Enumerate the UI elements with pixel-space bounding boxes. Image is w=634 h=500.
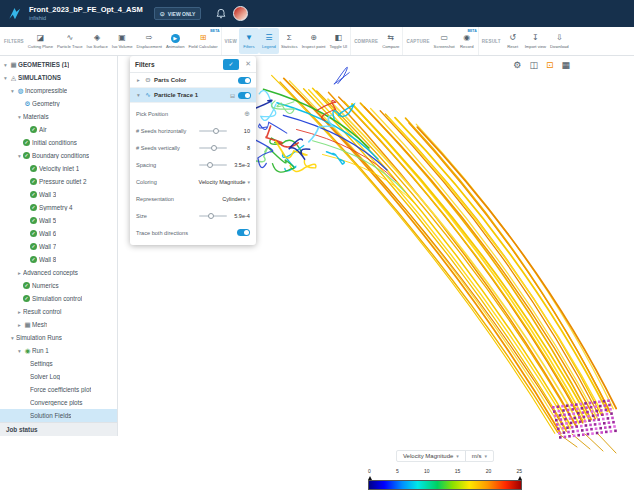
tree-item-mesh[interactable]: ▸▦Mesh [0,318,117,331]
view-only-button[interactable]: ⊙ VIEW ONLY [154,7,202,20]
toolbar-item-reset[interactable]: ↺Reset [503,28,523,54]
slider-handle[interactable] [213,128,219,134]
toolbar-item-statistics[interactable]: ΣStatistics [279,28,300,54]
toolbar-item-compare[interactable]: ⇆Compare [380,28,401,54]
viewport-view-cube-button[interactable]: ◫ [529,59,538,72]
caret-down-icon[interactable]: ▾ [9,88,16,94]
tree-item-numerics[interactable]: ✓Numerics [0,279,117,292]
toolbar-item-iso-surface[interactable]: ◈Iso Surface [85,28,110,54]
tree-item-wall-8[interactable]: ✓Wall 8 [0,253,117,266]
toolbar-item-displacement[interactable]: ⇨Displacement [135,28,164,54]
caret-right-icon[interactable]: ▸ [16,322,23,328]
caret-down-icon[interactable]: ▾ [9,335,16,341]
toolbar-item-screenshot[interactable]: ▭Screenshot [432,28,457,54]
slider-handle[interactable] [208,213,214,219]
toggle-trace-both-directions[interactable] [237,229,250,236]
tree-item-materials[interactable]: ▾Materials [0,110,117,123]
toolbar-item-particle-trace[interactable]: ∿Particle Trace [55,28,85,54]
seed-point [556,423,559,426]
legend-field-select[interactable]: Velocity Magnitude ▾ [397,451,465,461]
filter-row-parts-color[interactable]: ▸⊙Parts Color [130,73,256,88]
caret-down-icon[interactable]: ▾ [16,348,23,354]
user-avatar[interactable] [233,6,248,21]
field-value[interactable]: 10 [230,128,250,134]
slider-seeds-horizontally[interactable] [199,130,227,132]
toolbar-item-legend[interactable]: ☰Legend [259,28,279,54]
caret-right-icon[interactable]: ▸ [16,270,23,276]
app-logo-icon[interactable] [7,6,22,21]
tree-item-air[interactable]: ✓Air [0,123,117,136]
crosshair-icon[interactable]: ⊕ [244,110,250,118]
iso-surface-icon: ◈ [94,33,100,43]
filter-row-particle-trace-1[interactable]: ▾∿Particle Trace 1⊟ [130,88,256,103]
slider-size[interactable] [199,215,227,217]
tree-item-solver-log[interactable]: Solver Log [0,370,117,383]
tree-item-wall-3[interactable]: ✓Wall 3 [0,188,117,201]
toolbar-item-record[interactable]: BETA◉Record [457,28,477,54]
select-representation[interactable]: Cylinders▾ [222,196,250,202]
legend-unit-select[interactable]: m/s ▾ [466,451,493,461]
slider-seeds-vertically[interactable] [199,147,227,149]
tree-item-wall-5[interactable]: ✓Wall 5 [0,214,117,227]
slider-spacing[interactable] [199,164,227,166]
toolbar-item-iso-volume[interactable]: ▣Iso Volume [110,28,135,54]
slider-handle[interactable] [211,145,217,151]
tree-item-geometries-1[interactable]: ▾▦GEOMETRIES (1) [0,58,117,71]
notifications-bell-icon[interactable] [216,8,226,19]
slider-handle[interactable] [207,162,213,168]
viewport-layout-views-button[interactable]: ▦ [561,59,570,72]
toolbar-item-animation[interactable]: ▶Animation [164,28,187,54]
tree-item-simulations[interactable]: ▾◬SIMULATIONS [0,71,117,84]
select-coloring[interactable]: Velocity Magnitude▾ [199,179,250,185]
tree-item-settings[interactable]: Settings [0,357,117,370]
toolbar-item-filters[interactable]: ▼Filters [239,28,259,54]
field-value[interactable]: 8 [230,145,250,151]
viewport-settings-button[interactable]: ⚙ [513,59,521,72]
close-panel-icon[interactable]: ✕ [245,60,251,68]
apply-filters-button[interactable]: ✓ [223,59,239,70]
job-status-bar[interactable]: Job status [0,422,117,436]
toolbar-item-download[interactable]: ⇩Download [548,28,571,54]
field-value[interactable]: 5.9e-4 [230,213,250,219]
tree-item-velocity-inlet-1[interactable]: ✓Velocity inlet 1 [0,162,117,175]
caret-right-icon[interactable]: ▸ [16,309,23,315]
tree-item-solution-fields[interactable]: Solution Fields [0,409,117,422]
tree-item-initial-conditions[interactable]: ✓Initial conditions [0,136,117,149]
seed-point [605,431,608,434]
tree-item-geometry[interactable]: ⚙Geometry [0,97,117,110]
toolbar-item-field-calculator[interactable]: BETA⊞Field Calculator [187,28,220,54]
caret-down-icon[interactable]: ▾ [135,92,142,98]
tree-item-wall-6[interactable]: ✓Wall 6 [0,227,117,240]
tree-item-advanced-concepts[interactable]: ▸Advanced concepts [0,266,117,279]
caret-right-icon[interactable]: ▸ [135,77,142,83]
tree-item-convergence-plots[interactable]: Convergence plots [0,396,117,409]
tree-item-result-control[interactable]: ▸Result control [0,305,117,318]
tree-item-boundary-conditions[interactable]: ▾✓Boundary conditions [0,149,117,162]
tree-item-incompressible[interactable]: ▾◍Incompressible [0,84,117,97]
toolbar-item-toggle-ui[interactable]: ◧Toggle UI [327,28,349,54]
legend-colorbar[interactable] [368,480,522,490]
caret-down-icon[interactable]: ▾ [2,62,9,68]
caret-down-icon[interactable]: ▾ [16,153,23,159]
tree-item-pressure-outlet-2[interactable]: ✓Pressure outlet 2 [0,175,117,188]
caret-down-icon[interactable]: ▾ [2,75,9,81]
caret-down-icon[interactable]: ▾ [16,114,23,120]
tree-item-symmetry-4[interactable]: ✓Symmetry 4 [0,201,117,214]
seed-point [613,425,616,428]
tree-item-label: Boundary conditions [32,152,89,159]
visibility-toggle[interactable] [238,92,251,99]
toolbar-item-import-view[interactable]: ↧Import view [523,28,548,54]
legend-max-marker-icon [518,476,522,480]
visibility-toggle[interactable] [238,77,251,84]
tree-item-run-1[interactable]: ▾◉Run 1 [0,344,117,357]
tree-item-simulation-control[interactable]: ✓Simulation control [0,292,117,305]
check-icon: ✓ [23,139,30,146]
tree-item-simulation-runs[interactable]: ▾Simulation Runs [0,331,117,344]
viewport-highlight-parts-button[interactable]: ⊡ [546,59,554,72]
toolbar-item-cutting-plane[interactable]: ◪Cutting Plane [26,28,55,54]
trash-icon[interactable]: ⊟ [230,92,235,99]
toolbar-item-inspect-point[interactable]: ⊕Inspect point [300,28,328,54]
tree-item-wall-7[interactable]: ✓Wall 7 [0,240,117,253]
tree-item-force-coefficients-plot[interactable]: Force coefficients plot [0,383,117,396]
field-value[interactable]: 3.5e-3 [230,162,250,168]
